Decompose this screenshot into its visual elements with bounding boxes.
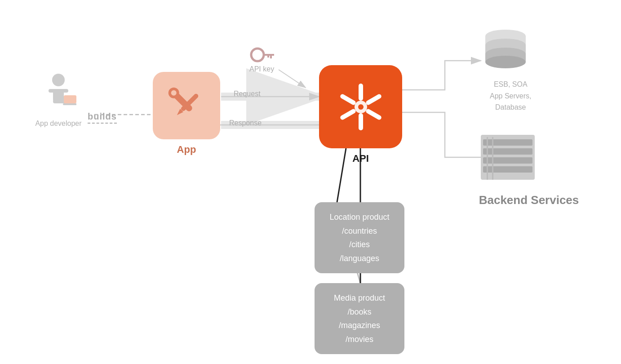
person-icon: [40, 72, 76, 112]
server-icon-section: [479, 133, 537, 184]
media-product-line2: /books: [325, 305, 394, 319]
location-product-line2: /countries: [325, 224, 394, 238]
esb-line3: Database: [495, 103, 526, 111]
svg-rect-43: [483, 139, 532, 146]
key-icon: [249, 45, 274, 65]
response-label: Response: [229, 119, 262, 127]
svg-rect-17: [63, 103, 76, 105]
media-product-box: Media product /books /magazines /movies: [315, 283, 404, 354]
svg-rect-33: [365, 108, 382, 120]
app-box: [153, 72, 220, 139]
api-label: API: [319, 153, 402, 164]
svg-rect-47: [487, 137, 488, 180]
svg-rect-46: [483, 166, 532, 173]
svg-rect-30: [359, 113, 363, 130]
app-tools-icon: [162, 81, 211, 130]
svg-rect-34: [339, 93, 356, 106]
svg-rect-48: [492, 137, 493, 180]
location-product-line1: Location product: [325, 210, 394, 224]
svg-rect-45: [483, 157, 532, 164]
app-developer-label: App developer: [35, 120, 81, 128]
api-logo-icon: [332, 78, 390, 136]
svg-rect-31: [365, 93, 382, 106]
request-label: Request: [234, 90, 261, 98]
app-label: App: [153, 144, 220, 155]
esb-line1: ESB, SOA: [494, 80, 528, 88]
svg-rect-29: [359, 84, 363, 101]
builds-label: builds: [88, 111, 117, 124]
svg-point-23: [251, 49, 264, 61]
svg-rect-14: [53, 89, 64, 102]
backend-services-label: Backend Services: [475, 193, 583, 207]
svg-rect-16: [64, 95, 76, 103]
media-product-line3: /magazines: [325, 319, 394, 333]
api-box: [319, 65, 402, 148]
api-key-label: API key: [249, 65, 274, 73]
svg-point-12: [52, 74, 65, 86]
app-developer: App developer: [22, 72, 94, 128]
svg-rect-32: [339, 108, 356, 120]
database-icon-section: [481, 27, 530, 72]
media-product-line1: Media product: [325, 291, 394, 305]
database-icon: [481, 27, 530, 72]
api-key-section: API key: [249, 45, 274, 73]
media-product-line4: /movies: [325, 333, 394, 346]
server-building-icon: [479, 133, 537, 182]
location-product-line3: /cities: [325, 238, 394, 252]
location-product-box: Location product /countries /cities /lan…: [315, 202, 404, 273]
svg-point-28: [358, 104, 364, 110]
svg-line-4: [279, 70, 306, 88]
svg-rect-44: [483, 148, 532, 155]
esb-line2: App Servers,: [490, 92, 531, 100]
svg-point-41: [485, 56, 526, 68]
location-product-line4: /languages: [325, 252, 394, 266]
esb-label: ESB, SOA App Servers, Database: [490, 79, 531, 113]
